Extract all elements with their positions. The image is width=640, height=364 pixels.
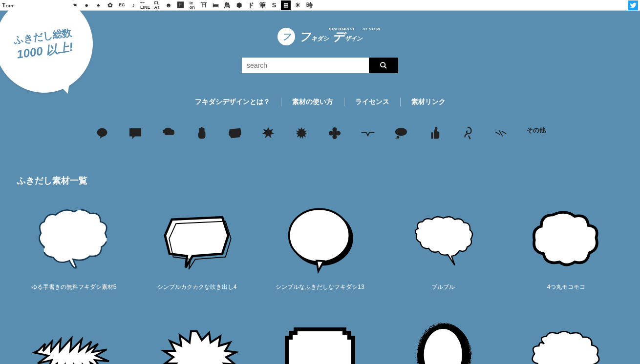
search-button[interactable] [369, 58, 398, 73]
logo-text-1: フキダシFUKIDASHI [299, 29, 329, 44]
topbar-icon-7[interactable]: EC [117, 0, 127, 10]
topbar-icon-18[interactable]: ド [246, 0, 256, 10]
card-title: シンプルカクカクな吹き出し4 [140, 283, 254, 291]
card-title: 4つ丸モコモコ [510, 283, 623, 291]
search-input[interactable] [242, 58, 369, 73]
cat-other[interactable]: その他 [527, 126, 546, 141]
nav-license[interactable]: ライセンス [344, 98, 401, 106]
svg-point-0 [381, 62, 385, 67]
twitter-icon [630, 2, 637, 9]
topbar-icon-8[interactable]: ♪ [128, 0, 138, 10]
nav-howto[interactable]: 素材の使い方 [281, 98, 344, 106]
material-grid: ゆる手書きの無料フキダシ素材5 シンプルカクカクな吹き出し4 シンプルなふきだし… [0, 201, 640, 291]
cat-polygon-icon[interactable] [228, 126, 242, 141]
material-card[interactable]: ブルブル [386, 201, 500, 291]
category-row: その他 [0, 126, 640, 141]
material-card[interactable] [17, 316, 130, 364]
thumb-1 [17, 201, 130, 279]
topbar-icon-12[interactable]: 🅿 [175, 0, 185, 10]
svg-point-2 [97, 128, 107, 137]
topbar-icon-11[interactable]: ☻ [164, 0, 173, 10]
nav-about[interactable]: フキダシデザインとは？ [184, 98, 281, 106]
topbar-icon-19[interactable]: 筆 [257, 0, 267, 10]
topbar-icon-21-active[interactable]: ⊞ [281, 0, 291, 10]
topbar-icon-10[interactable]: FLAT [152, 0, 162, 10]
topbar-icon-9[interactable]: 〰LINE [140, 0, 150, 10]
topbar-icon-14[interactable]: ⛩ [199, 0, 209, 10]
material-card[interactable] [263, 316, 377, 364]
topbar-icon-13[interactable]: icon [187, 0, 197, 10]
thumb-2 [140, 201, 254, 279]
site-logo[interactable]: フ フキダシFUKIDASHI デザインDESIGN [0, 28, 640, 45]
section-title: ふきだし素材一覧 [0, 175, 640, 186]
thumb-5 [510, 201, 623, 279]
cat-burst-icon[interactable] [261, 126, 276, 141]
search-row [0, 58, 640, 73]
cat-line-icon[interactable] [361, 126, 375, 141]
svg-point-11 [395, 139, 397, 139]
thumb-3 [263, 201, 377, 279]
cat-round-icon[interactable] [95, 126, 109, 141]
card-title: ブルブル [386, 283, 500, 291]
thumb-10 [510, 316, 623, 364]
material-grid-2 [0, 316, 640, 364]
topbar-icon-4[interactable]: ● [82, 0, 91, 10]
material-card[interactable] [140, 316, 254, 364]
svg-point-13 [289, 209, 349, 262]
svg-point-10 [396, 136, 399, 139]
cat-thumb-icon[interactable] [427, 126, 442, 141]
topbar-icon-17[interactable]: ⬢ [234, 0, 244, 10]
thumb-8 [263, 316, 377, 364]
search-icon [380, 61, 387, 69]
material-card[interactable]: ゆる手書きの無料フキダシ素材5 [17, 201, 130, 291]
topbar-icon-16[interactable]: 鳥 [222, 0, 232, 10]
cat-cloud-icon[interactable] [161, 126, 176, 141]
card-title: シンプルなふきだしなフキダシ13 [263, 283, 377, 291]
topbar-icon-20[interactable]: S [269, 0, 279, 10]
topbar-icon-6[interactable]: ✿ [105, 0, 115, 10]
topbar-icon-23[interactable]: 時 [304, 0, 314, 10]
svg-rect-3 [129, 128, 141, 137]
nav-links[interactable]: 素材リンク [401, 98, 456, 106]
thumb-9 [386, 316, 500, 364]
topbar-icon-15[interactable]: 🛏 [211, 0, 220, 10]
material-card[interactable]: シンプルカクカクな吹き出し4 [140, 201, 254, 291]
thumb-7 [140, 316, 254, 364]
main-nav: フキダシデザインとは？ 素材の使い方 ライセンス 素材リンク [0, 98, 640, 106]
topbar: TopeconHeroes 🐘 ❐ ✶ ● ♠ ✿ EC ♪ 〰LINE FLA… [0, 0, 640, 11]
cat-hand-icon[interactable] [194, 126, 209, 141]
material-card[interactable] [386, 316, 500, 364]
main-content: フ フキダシFUKIDASHI デザインDESIGN フキダシデザインとは？ 素… [0, 11, 640, 364]
cat-flower-icon[interactable] [327, 126, 342, 141]
cat-square-icon[interactable] [128, 126, 143, 141]
cat-cross-icon[interactable] [493, 126, 508, 141]
cat-spiky-icon[interactable] [294, 126, 309, 141]
cat-swirl-icon[interactable] [460, 126, 475, 141]
thumb-6 [17, 316, 130, 364]
topbar-icon-5[interactable]: ♠ [93, 0, 103, 10]
material-card[interactable]: シンプルなふきだしなフキダシ13 [263, 201, 377, 291]
svg-line-1 [384, 66, 386, 68]
card-title: ゆる手書きの無料フキダシ素材5 [17, 283, 130, 291]
svg-point-9 [395, 128, 407, 136]
cat-think-icon[interactable] [394, 126, 408, 141]
material-card[interactable]: 4つ丸モコモコ [510, 201, 623, 291]
material-card[interactable] [510, 316, 623, 364]
svg-point-8 [332, 130, 337, 136]
logo-text-2: デザインDESIGN [333, 29, 363, 44]
thumb-4 [386, 201, 500, 279]
topbar-icons: 🐘 ❐ ✶ ● ♠ ✿ EC ♪ 〰LINE FLAT ☻ 🅿 icon ⛩ 🛏… [46, 0, 314, 10]
topbar-icon-22[interactable]: ✳ [293, 0, 302, 10]
logo-mark: フ [277, 28, 295, 45]
twitter-button[interactable] [628, 0, 638, 10]
